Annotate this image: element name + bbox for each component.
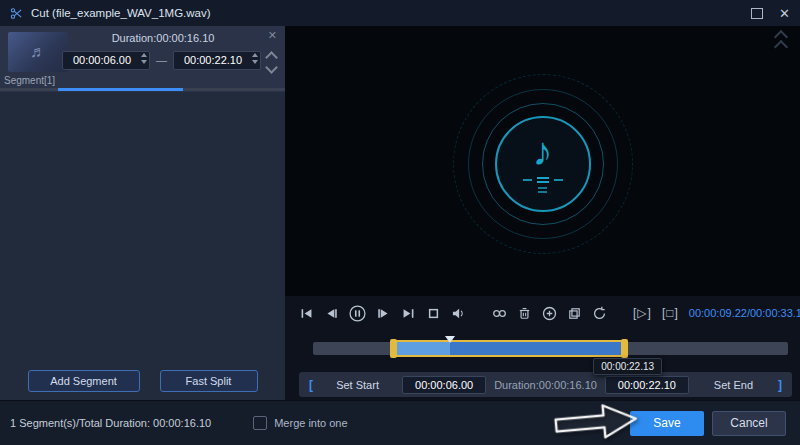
frame-back-icon[interactable] (324, 305, 339, 322)
scissors-icon (10, 7, 23, 20)
playhead-marker[interactable] (445, 336, 455, 343)
stop-icon[interactable] (426, 305, 441, 322)
trim-start-input[interactable] (402, 376, 486, 394)
merge-checkbox[interactable] (253, 416, 267, 430)
stepper-up-icon[interactable] (252, 53, 258, 57)
audio-visualization: ♪ (453, 74, 633, 254)
merge-label[interactable]: Merge into one (274, 417, 347, 429)
segment-time-range: — (62, 50, 261, 70)
player-controls: [▷] [□] 00:00:09.22/00:00:33.13 (285, 298, 800, 328)
frame-forward-icon[interactable] (376, 305, 391, 322)
skip-end-icon[interactable] (401, 305, 416, 322)
segment-start-input[interactable] (62, 51, 150, 70)
left-bracket: [ (309, 378, 313, 392)
segment-progress-fill (58, 88, 183, 91)
pause-icon[interactable] (349, 305, 366, 322)
segment-label: Segment[1] (4, 75, 55, 86)
collapse-chevrons-icon[interactable] (776, 34, 786, 54)
cut-dialog: Cut (file_example_WAV_1MG.wav) ✕ ♬ Durat… (0, 0, 800, 445)
preview-viewer: ♪ (285, 26, 800, 296)
skip-start-icon[interactable] (299, 305, 314, 322)
selection-played-region (394, 342, 451, 355)
stepper-up-icon[interactable] (141, 53, 147, 57)
segment-end-input[interactable] (173, 51, 261, 70)
preview-stop-button[interactable]: [□] (662, 306, 679, 320)
music-note-icon: ♬ (30, 43, 46, 61)
segments-panel: ♬ Duration:00:00:16.10 — ✕ Segment[1] (0, 26, 285, 400)
copy-icon[interactable] (567, 305, 582, 322)
audio-core-circle: ♪ (495, 116, 591, 212)
selection-start-handle[interactable] (390, 339, 397, 358)
trim-bar: [ Set Start Duration:00:00:16.10 Set End… (299, 372, 792, 397)
equalizer-dashes-2 (538, 187, 547, 193)
segment-thumbnail[interactable]: ♬ (8, 32, 68, 72)
segment-progress-track (0, 88, 285, 91)
stepper-down-icon[interactable] (252, 60, 258, 64)
titlebar: Cut (file_example_WAV_1MG.wav) ✕ (0, 0, 800, 26)
add-segment-button[interactable]: Add Segment (28, 370, 140, 392)
timeline-track[interactable] (313, 342, 788, 355)
right-bracket: ] (778, 378, 782, 392)
timeline[interactable]: 00:00:22.13 (313, 338, 788, 368)
segment-actions: Add Segment Fast Split (0, 370, 285, 392)
music-note-icon: ♪ (533, 131, 553, 171)
segment-duration-label: Duration:00:00:16.10 (62, 32, 264, 44)
split-icon[interactable] (492, 305, 507, 322)
window-title: Cut (file_example_WAV_1MG.wav) (31, 7, 743, 19)
maximize-button[interactable] (751, 8, 763, 19)
timeline-selection[interactable] (394, 340, 624, 357)
volume-icon[interactable] (451, 305, 466, 322)
delete-icon[interactable] (517, 305, 532, 322)
equalizer-dashes (523, 177, 563, 183)
preview-panel: ♪ (285, 26, 800, 400)
range-separator: — (156, 54, 167, 66)
reset-icon[interactable] (592, 305, 607, 322)
segment-editor-header: ♬ Duration:00:00:16.10 — ✕ Segment[1] (0, 26, 285, 92)
stepper-down-icon[interactable] (141, 60, 147, 64)
move-segment-down-icon[interactable] (265, 61, 278, 74)
set-start-button[interactable]: Set Start (321, 379, 394, 391)
cancel-button[interactable]: Cancel (712, 411, 786, 436)
playback-time: 00:00:09.22/00:00:33.13 (689, 307, 800, 319)
summary-text: 1 Segment(s)/Total Duration: 00:00:16.10 (10, 417, 211, 429)
trim-end-input[interactable] (605, 376, 689, 394)
set-end-button[interactable]: Set End (697, 379, 770, 391)
trim-duration-label: Duration:00:00:16.10 (494, 379, 597, 391)
remove-segment-button[interactable]: ✕ (268, 29, 277, 42)
footer-bar: 1 Segment(s)/Total Duration: 00:00:16.10… (0, 400, 800, 445)
timeline-tooltip: 00:00:22.13 (593, 358, 662, 375)
add-split-icon[interactable] (542, 305, 557, 322)
preview-play-button[interactable]: [▷] (633, 306, 652, 320)
fast-split-button[interactable]: Fast Split (160, 370, 258, 392)
window-close-button[interactable]: ✕ (779, 7, 790, 20)
annotation-arrow-icon (550, 397, 643, 445)
selection-end-handle[interactable] (621, 339, 628, 358)
window-controls: ✕ (751, 7, 790, 20)
